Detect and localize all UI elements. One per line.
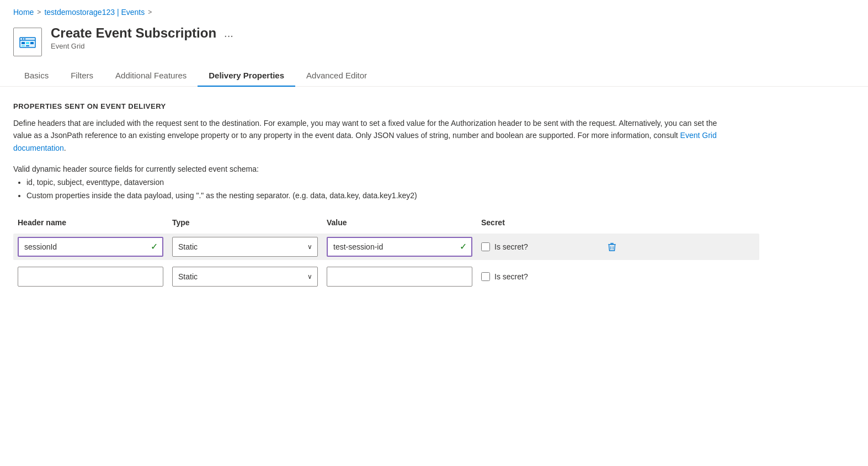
page-subtitle: Event Grid [51, 42, 236, 50]
col-header-name: Header name [13, 218, 168, 227]
source-field-item-1: id, topic, subject, eventtype, dataversi… [26, 176, 759, 189]
header-name-cell-1: ✓ [13, 237, 168, 257]
header-name-input-2[interactable] [18, 267, 163, 287]
tab-advanced-editor[interactable]: Advanced Editor [295, 65, 378, 87]
delete-row-button-1[interactable] [603, 240, 621, 254]
header-name-wrapper-1: ✓ [18, 237, 163, 257]
table-row: ✓ Static Dynamic ∨ ✓ Is secret? [13, 234, 759, 260]
svg-rect-9 [608, 244, 616, 245]
source-fields-info: Valid dynamic header source fields for c… [13, 163, 759, 202]
event-grid-icon [13, 28, 42, 56]
more-options-button[interactable]: ... [222, 27, 236, 40]
svg-point-2 [22, 38, 23, 39]
page-header: Create Event Subscription ... Event Grid [0, 20, 868, 56]
value-input-2[interactable] [327, 267, 472, 287]
secret-cell-2: Is secret? [477, 272, 598, 281]
is-secret-checkbox-2[interactable] [481, 272, 490, 281]
table-header: Header name Type Value Secret [13, 214, 759, 231]
value-cell-2 [322, 267, 477, 287]
col-secret: Secret [477, 218, 598, 227]
type-cell-1: Static Dynamic ∨ [168, 237, 322, 257]
section-title: PROPERTIES SENT ON EVENT DELIVERY [13, 102, 759, 110]
svg-rect-7 [22, 45, 25, 46]
tab-bar: Basics Filters Additional Features Deliv… [0, 56, 868, 87]
delete-cell-1 [598, 240, 759, 254]
main-content: PROPERTIES SENT ON EVENT DELIVERY Define… [0, 87, 773, 309]
header-text: Create Event Subscription ... Event Grid [51, 25, 236, 50]
breadcrumb-sep2: > [148, 8, 152, 16]
tab-additional-features[interactable]: Additional Features [104, 65, 198, 87]
col-type: Type [168, 218, 322, 227]
tab-filters[interactable]: Filters [60, 65, 104, 87]
svg-rect-8 [26, 45, 29, 46]
section-description: Define headers that are included with th… [13, 117, 731, 154]
is-secret-label-2: Is secret? [494, 272, 528, 281]
description-text-1: Define headers that are included with th… [13, 119, 717, 140]
svg-rect-5 [26, 42, 29, 44]
svg-rect-6 [30, 42, 34, 44]
breadcrumb-storage[interactable]: testdemostorage123 | Events [44, 8, 145, 17]
type-select-wrapper-2: Static Dynamic ∨ [172, 267, 318, 287]
col-value: Value [322, 218, 477, 227]
header-title-row: Create Event Subscription ... [51, 25, 236, 41]
table-row: Static Dynamic ∨ Is secret? [13, 263, 759, 290]
breadcrumb: Home > testdemostorage123 | Events > [0, 0, 868, 20]
secret-cell-1: Is secret? [477, 242, 598, 251]
source-field-item-2: Custom properties inside the data payloa… [26, 189, 759, 203]
source-fields-label: Valid dynamic header source fields for c… [13, 165, 259, 173]
svg-rect-10 [610, 243, 614, 244]
tab-delivery-properties[interactable]: Delivery Properties [198, 65, 295, 87]
type-select-wrapper-1: Static Dynamic ∨ [172, 237, 318, 257]
check-icon-name-1: ✓ [151, 241, 158, 252]
value-input-1[interactable] [327, 237, 472, 257]
type-cell-2: Static Dynamic ∨ [168, 267, 322, 287]
is-secret-checkbox-1[interactable] [481, 242, 490, 251]
description-text-2: . [64, 144, 66, 152]
value-cell-1: ✓ [322, 237, 477, 257]
svg-rect-4 [22, 42, 25, 44]
tab-basics[interactable]: Basics [13, 65, 60, 87]
header-name-cell-2 [13, 267, 168, 287]
breadcrumb-sep1: > [37, 8, 41, 16]
is-secret-label-1: Is secret? [494, 242, 528, 251]
type-select-1[interactable]: Static Dynamic [172, 237, 318, 257]
svg-point-3 [24, 38, 25, 39]
col-actions [598, 218, 759, 227]
value-input-wrapper-1: ✓ [327, 237, 472, 257]
page-title: Create Event Subscription [51, 25, 216, 41]
check-icon-value-1: ✓ [460, 241, 467, 252]
trash-icon-1 [607, 242, 617, 252]
secret-checkbox-cell-1: Is secret? [481, 242, 594, 251]
header-name-input-1[interactable] [18, 237, 163, 257]
secret-checkbox-cell-2: Is secret? [481, 272, 594, 281]
breadcrumb-home[interactable]: Home [13, 8, 34, 17]
type-select-2[interactable]: Static Dynamic [172, 267, 318, 287]
